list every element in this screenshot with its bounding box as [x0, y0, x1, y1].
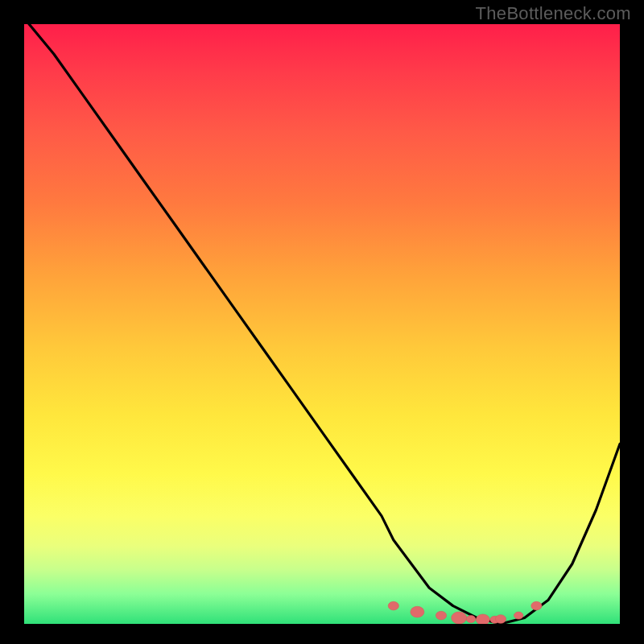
optimal-marker — [411, 606, 424, 617]
optimal-marker — [466, 616, 475, 623]
optimal-marker — [490, 616, 499, 623]
chart-svg — [24, 24, 620, 624]
optimal-marker — [436, 611, 446, 620]
optimal-marker — [495, 615, 506, 624]
optimal-marker — [388, 601, 398, 610]
chart-frame: TheBottleneck.com — [0, 0, 644, 644]
optimal-marker — [531, 601, 542, 610]
optimal-range-markers — [388, 601, 542, 624]
optimal-marker — [476, 614, 489, 624]
optimal-marker — [514, 612, 523, 619]
plot-area — [24, 24, 620, 624]
optimal-marker — [452, 612, 467, 624]
watermark-text: TheBottleneck.com — [476, 3, 631, 24]
bottleneck-curve — [24, 24, 620, 624]
